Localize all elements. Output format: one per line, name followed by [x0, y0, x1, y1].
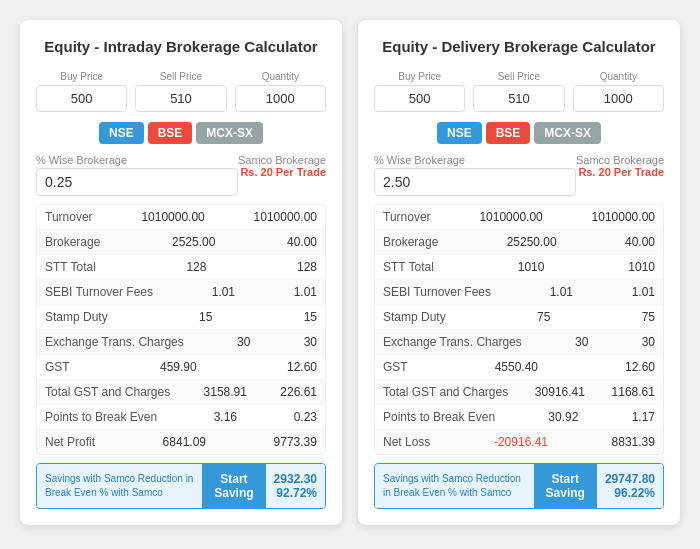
delivery-sell-price-label: Sell Price: [473, 71, 564, 82]
delivery-savings-values: 29747.80 96.22%: [597, 464, 663, 508]
delivery-savings-pct: 96.22%: [605, 486, 655, 500]
table-row: Net Profit 6841.09 9773.39: [37, 430, 325, 454]
delivery-quantity-group: Quantity: [573, 71, 664, 112]
row-label: Stamp Duty: [45, 310, 108, 324]
intraday-samco-brokerage: Samco Brokerage Rs. 20 Per Trade: [238, 154, 326, 178]
delivery-brokerage-row: % Wise Brokerage Samco Brokerage Rs. 20 …: [374, 154, 664, 196]
table-row: Total GST and Charges 30916.41 1168.61: [375, 380, 663, 405]
row-label: STT Total: [45, 260, 96, 274]
table-row: Turnover 1010000.00 1010000.00: [375, 205, 663, 230]
row-val: 8831.39: [612, 435, 655, 449]
row-label: STT Total: [383, 260, 434, 274]
delivery-quantity-input[interactable]: [573, 85, 664, 112]
row-val: 30.92: [548, 410, 578, 424]
delivery-brokerage-wrap: % Wise Brokerage: [374, 154, 576, 196]
row-label: Brokerage: [45, 235, 100, 249]
delivery-brokerage-label: % Wise Brokerage: [374, 154, 576, 166]
delivery-savings-amount: 29747.80: [605, 472, 655, 486]
delivery-start-saving-btn[interactable]: StartSaving: [534, 464, 597, 508]
row-label: Net Loss: [383, 435, 430, 449]
intraday-quantity-input[interactable]: [235, 85, 326, 112]
delivery-tab-mcxsx[interactable]: MCX-SX: [534, 122, 601, 144]
intraday-tab-mcxsx[interactable]: MCX-SX: [196, 122, 263, 144]
row-val: 1.17: [632, 410, 655, 424]
row-label: GST: [45, 360, 70, 374]
delivery-inputs-row: Buy Price Sell Price Quantity: [374, 71, 664, 112]
row-val: 30: [642, 335, 655, 349]
delivery-buy-price-group: Buy Price: [374, 71, 465, 112]
row-val: 15: [199, 310, 212, 324]
row-val: 6841.09: [163, 435, 206, 449]
table-row: Brokerage 2525.00 40.00: [37, 230, 325, 255]
intraday-sell-price-input[interactable]: [135, 85, 226, 112]
table-row: Points to Break Even 3.16 0.23: [37, 405, 325, 430]
intraday-tab-nse[interactable]: NSE: [99, 122, 144, 144]
delivery-sell-price-group: Sell Price: [473, 71, 564, 112]
table-row: Stamp Duty 15 15: [37, 305, 325, 330]
table-row: Net Loss -20916.41 8831.39: [375, 430, 663, 454]
row-val: 1010000.00: [592, 210, 655, 224]
row-label: Turnover: [383, 210, 431, 224]
intraday-savings-text: Savings with Samco Reduction in Break Ev…: [37, 464, 202, 508]
row-val: 459.90: [160, 360, 197, 374]
row-val: 30: [575, 335, 588, 349]
row-val: 9773.39: [274, 435, 317, 449]
row-label: SEBI Turnover Fees: [45, 285, 153, 299]
row-val: 1.01: [632, 285, 655, 299]
row-label: Exchange Trans. Charges: [45, 335, 184, 349]
row-val: 75: [642, 310, 655, 324]
row-label: Brokerage: [383, 235, 438, 249]
delivery-card: Equity - Delivery Brokerage Calculator B…: [358, 20, 680, 525]
delivery-footer: Savings with Samco Reduction in Break Ev…: [374, 463, 664, 509]
row-val: 1168.61: [612, 385, 655, 399]
row-val: 15: [304, 310, 317, 324]
intraday-quantity-group: Quantity: [235, 71, 326, 112]
table-row: GST 4550.40 12.60: [375, 355, 663, 380]
table-row: Exchange Trans. Charges 30 30: [375, 330, 663, 355]
delivery-buy-price-input[interactable]: [374, 85, 465, 112]
row-val: 1010: [518, 260, 545, 274]
intraday-buy-price-input[interactable]: [36, 85, 127, 112]
table-row: SEBI Turnover Fees 1.01 1.01: [37, 280, 325, 305]
delivery-sell-price-input[interactable]: [473, 85, 564, 112]
row-label: Exchange Trans. Charges: [383, 335, 522, 349]
row-label: GST: [383, 360, 408, 374]
row-val: 1.01: [294, 285, 317, 299]
row-val: 2525.00: [172, 235, 215, 249]
intraday-tab-bse[interactable]: BSE: [148, 122, 193, 144]
delivery-tab-nse[interactable]: NSE: [437, 122, 482, 144]
row-val: 1010000.00: [479, 210, 542, 224]
intraday-inputs-row: Buy Price Sell Price Quantity: [36, 71, 326, 112]
intraday-samco-label: Samco Brokerage: [238, 154, 326, 166]
intraday-brokerage-row: % Wise Brokerage Samco Brokerage Rs. 20 …: [36, 154, 326, 196]
row-val: 128: [297, 260, 317, 274]
delivery-buy-price-label: Buy Price: [374, 71, 465, 82]
row-val: 12.60: [287, 360, 317, 374]
delivery-tab-bse[interactable]: BSE: [486, 122, 531, 144]
intraday-brokerage-wrap: % Wise Brokerage: [36, 154, 238, 196]
row-val: 75: [537, 310, 550, 324]
row-label: Net Profit: [45, 435, 95, 449]
row-val: 0.23: [294, 410, 317, 424]
table-row: SEBI Turnover Fees 1.01 1.01: [375, 280, 663, 305]
delivery-table: Turnover 1010000.00 1010000.00 Brokerage…: [374, 204, 664, 455]
intraday-savings-amount: 2932.30: [274, 472, 317, 486]
row-val: 3.16: [214, 410, 237, 424]
intraday-buy-price-group: Buy Price: [36, 71, 127, 112]
table-row: Points to Break Even 30.92 1.17: [375, 405, 663, 430]
row-label: Points to Break Even: [45, 410, 157, 424]
intraday-sell-price-label: Sell Price: [135, 71, 226, 82]
row-label: SEBI Turnover Fees: [383, 285, 491, 299]
intraday-start-saving-btn[interactable]: StartSaving: [202, 464, 265, 508]
row-val: 30: [237, 335, 250, 349]
row-val: 40.00: [625, 235, 655, 249]
delivery-brokerage-input[interactable]: [374, 168, 576, 196]
row-val: 1.01: [550, 285, 573, 299]
table-row: Brokerage 25250.00 40.00: [375, 230, 663, 255]
table-row: Turnover 1010000.00 1010000.00: [37, 205, 325, 230]
intraday-brokerage-input[interactable]: [36, 168, 238, 196]
intraday-footer: Savings with Samco Reduction in Break Ev…: [36, 463, 326, 509]
delivery-exchange-tabs: NSE BSE MCX-SX: [374, 122, 664, 144]
table-row: GST 459.90 12.60: [37, 355, 325, 380]
table-row: STT Total 128 128: [37, 255, 325, 280]
